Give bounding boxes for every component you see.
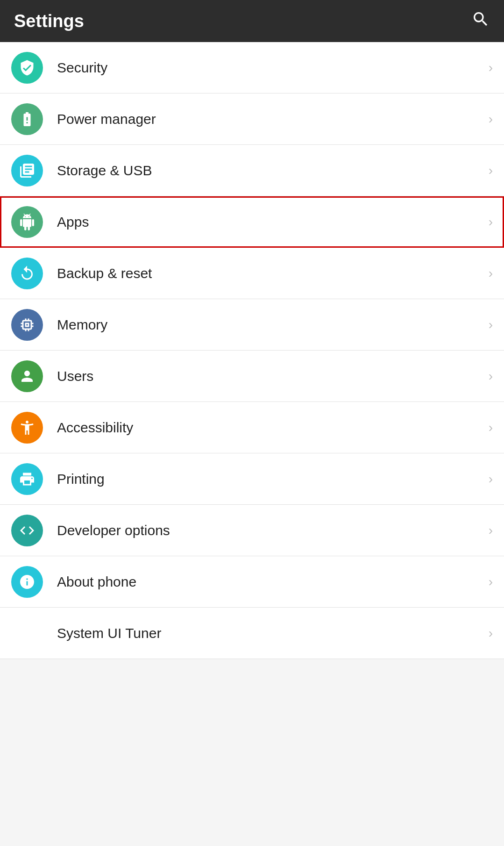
users-icon bbox=[11, 360, 43, 392]
about-phone-chevron: › bbox=[489, 574, 493, 589]
apps-label: Apps bbox=[57, 214, 484, 230]
security-icon bbox=[11, 52, 43, 84]
power-manager-icon bbox=[11, 103, 43, 135]
settings-item-developer-options[interactable]: Developer options › bbox=[0, 505, 504, 556]
accessibility-label: Accessibility bbox=[57, 420, 484, 436]
settings-item-system-ui-tuner[interactable]: System UI Tuner › bbox=[0, 608, 504, 659]
printing-icon bbox=[11, 463, 43, 495]
settings-item-security[interactable]: Security › bbox=[0, 42, 504, 93]
accessibility-chevron: › bbox=[489, 420, 493, 435]
storage-usb-label: Storage & USB bbox=[57, 163, 484, 179]
backup-reset-chevron: › bbox=[489, 266, 493, 281]
search-icon[interactable] bbox=[471, 10, 490, 33]
about-phone-label: About phone bbox=[57, 574, 484, 590]
power-manager-chevron: › bbox=[489, 112, 493, 127]
system-ui-tuner-label: System UI Tuner bbox=[57, 625, 484, 641]
settings-item-apps[interactable]: Apps › bbox=[0, 196, 504, 248]
printing-label: Printing bbox=[57, 471, 484, 487]
printing-chevron: › bbox=[489, 472, 493, 487]
accessibility-icon bbox=[11, 412, 43, 444]
settings-item-about-phone[interactable]: About phone › bbox=[0, 556, 504, 608]
settings-item-power-manager[interactable]: Power manager › bbox=[0, 93, 504, 145]
storage-usb-icon bbox=[11, 155, 43, 186]
storage-usb-chevron: › bbox=[489, 163, 493, 178]
apps-chevron: › bbox=[489, 215, 493, 229]
memory-chevron: › bbox=[489, 317, 493, 332]
settings-item-printing[interactable]: Printing › bbox=[0, 453, 504, 505]
system-ui-tuner-chevron: › bbox=[489, 626, 493, 641]
settings-list: Security › Power manager › Storage & USB… bbox=[0, 42, 504, 659]
apps-icon bbox=[11, 206, 43, 238]
about-phone-icon bbox=[11, 566, 43, 598]
security-chevron: › bbox=[489, 60, 493, 75]
page-title: Settings bbox=[14, 11, 84, 31]
settings-item-accessibility[interactable]: Accessibility › bbox=[0, 402, 504, 453]
memory-label: Memory bbox=[57, 317, 484, 333]
settings-item-storage-usb[interactable]: Storage & USB › bbox=[0, 145, 504, 196]
settings-item-backup-reset[interactable]: Backup & reset › bbox=[0, 248, 504, 299]
settings-item-users[interactable]: Users › bbox=[0, 351, 504, 402]
security-label: Security bbox=[57, 60, 484, 76]
developer-options-chevron: › bbox=[489, 523, 493, 538]
system-ui-tuner-icon bbox=[11, 617, 43, 649]
backup-reset-label: Backup & reset bbox=[57, 265, 484, 281]
users-chevron: › bbox=[489, 369, 493, 384]
backup-reset-icon bbox=[11, 258, 43, 289]
developer-options-label: Developer options bbox=[57, 523, 484, 538]
users-label: Users bbox=[57, 368, 484, 384]
app-header: Settings bbox=[0, 0, 504, 42]
settings-item-memory[interactable]: Memory › bbox=[0, 299, 504, 351]
developer-options-icon bbox=[11, 515, 43, 546]
memory-icon bbox=[11, 309, 43, 341]
power-manager-label: Power manager bbox=[57, 111, 484, 127]
